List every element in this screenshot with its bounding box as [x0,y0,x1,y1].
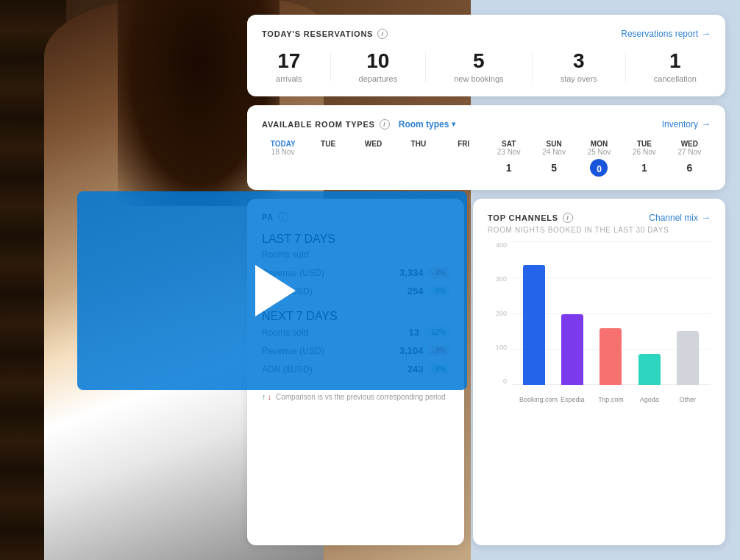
reservations-header: TODAY'S RESERVATIONS i Reservations repo… [262,28,711,39]
stay-overs-label: stay overs [561,74,597,83]
arrivals-number: 17 [276,51,302,71]
room-val-today [262,159,304,177]
room-types-card: AVAILABLE ROOM TYPES i Room types ▾ Inve… [247,105,725,190]
tue2-day-name: TUE [623,140,665,148]
room-col-wed1: WED [352,140,394,156]
bars-row [511,265,711,385]
report-link-arrow: → [701,28,711,39]
stat-departures: 10 departures [359,51,398,83]
cancellation-number: 1 [654,51,697,71]
room-col-tue2: TUE 26 Nov [623,140,665,156]
stay-overs-number: 3 [561,51,597,71]
cancellation-label: cancellation [654,74,697,83]
sat-day-date: 23 Nov [488,148,530,156]
channels-card: TOP CHANNELS i Channel mix → ROOM NIGHTS… [473,199,725,545]
room-col-thu: THU [397,140,439,156]
inventory-link[interactable]: Inventory → [662,118,711,130]
stats-row: 17 arrivals 10 departures 5 new bookings… [262,51,711,83]
bar-other [677,331,699,385]
today-day-name: TODAY [262,140,304,148]
room-types-title-text: AVAILABLE ROOM TYPES [262,120,375,129]
channels-header: TOP CHANNELS i Channel mix → [488,212,711,223]
channels-info-icon[interactable]: i [563,213,573,223]
mon-day-name: MON [578,140,620,148]
reservations-title-text: TODAY'S RESERVATIONS [262,29,373,38]
thu-day-name: THU [397,140,439,148]
room-type-selector[interactable]: Room types ▾ [399,119,456,130]
room-col-wed2: WED 27 Nov [669,140,711,156]
sun-day-date: 24 Nov [533,148,574,156]
reservations-report-link[interactable]: Reservations report → [621,28,711,39]
gridline-400 [511,241,711,242]
new-bookings-number: 5 [454,51,503,71]
room-col-sat: SAT 23 Nov [488,140,530,156]
y-label-300: 300 [496,275,507,283]
reservations-title: TODAY'S RESERVATIONS i [262,29,388,39]
stat-divider-4 [625,52,626,82]
room-val-sun: 5 [533,159,574,177]
bar-other-rect [677,331,699,385]
down-arrow-icon: ↓ [268,392,272,401]
y-axis: 400 300 200 100 0 [488,241,510,385]
room-type-selector-label: Room types [399,119,449,130]
stat-divider-2 [425,52,426,82]
report-link-text: Reservations report [621,29,698,39]
tue2-day-date: 26 Nov [623,148,665,156]
room-types-info-icon[interactable]: i [380,119,390,130]
new-bookings-label: new bookings [454,74,503,83]
wed1-day-name: WED [352,140,394,148]
inventory-link-text: Inventory [662,119,698,130]
reservations-card: TODAY'S RESERVATIONS i Reservations repo… [247,15,725,96]
y-label-400: 400 [496,241,507,249]
stat-divider-1 [330,52,331,82]
arrivals-label: arrivals [276,74,302,83]
room-types-header: AVAILABLE ROOM TYPES i Room types ▾ Inve… [262,118,711,130]
x-label-booking: Booking.com [519,396,549,403]
room-col-tue1: TUE [307,140,349,156]
channels-subtitle: ROOM NIGHTS BOOKED IN THE LAST 30 DAYS [488,226,711,234]
room-grid: TODAY 18 Nov TUE WED THU FRI SAT 23 No [262,140,711,177]
bar-booking-rect [523,265,545,385]
y-label-200: 200 [496,310,507,317]
channel-mix-link[interactable]: Channel mix → [649,212,711,223]
y-label-0: 0 [503,378,507,385]
channel-mix-link-text: Channel mix [649,213,698,223]
y-label-100: 100 [496,344,507,351]
x-axis: Booking.com Expedia Trip.com Agoda Other [511,385,711,403]
room-val-mon: 0 [590,159,608,177]
room-val-wed2: 6 [669,159,711,177]
bar-trip [600,328,622,385]
up-arrow-icon: ↑ [262,392,266,401]
today-day-date: 18 Nov [262,148,304,156]
comparison-note-text: Comparison is vs the previous correspond… [276,393,446,401]
room-col-sun: SUN 24 Nov [533,140,574,156]
room-types-title: AVAILABLE ROOM TYPES i [262,119,390,130]
chart-plot-area [511,241,711,385]
channels-title-text: TOP CHANNELS [488,213,558,222]
bar-agoda-rect [638,354,661,385]
mon-day-date: 25 Nov [578,148,620,156]
x-label-agoda: Agoda [635,396,664,403]
room-val-sat: 1 [488,159,530,177]
bar-expedia-rect [561,314,583,385]
wed2-day-name: WED [669,140,711,148]
departures-label: departures [359,74,398,83]
reservations-info-icon[interactable]: i [377,29,388,39]
play-button-icon [255,265,296,316]
room-types-header-left: AVAILABLE ROOM TYPES i Room types ▾ [262,119,455,130]
sun-day-name: SUN [533,140,574,148]
video-overlay[interactable] [77,191,467,390]
stat-arrivals: 17 arrivals [276,51,302,83]
room-val-wed1 [352,159,394,177]
departures-number: 10 [359,51,398,71]
bar-booking [523,265,545,385]
stat-divider-3 [532,52,533,82]
x-label-other: Other [673,396,702,403]
stat-stay-overs: 3 stay overs [561,51,597,83]
tue1-day-name: TUE [307,140,349,148]
room-val-fri [443,159,485,177]
room-val-thu [397,159,439,177]
stat-cancellation: 1 cancellation [654,51,697,83]
stat-new-bookings: 5 new bookings [454,51,503,83]
room-col-fri: FRI [443,140,485,156]
